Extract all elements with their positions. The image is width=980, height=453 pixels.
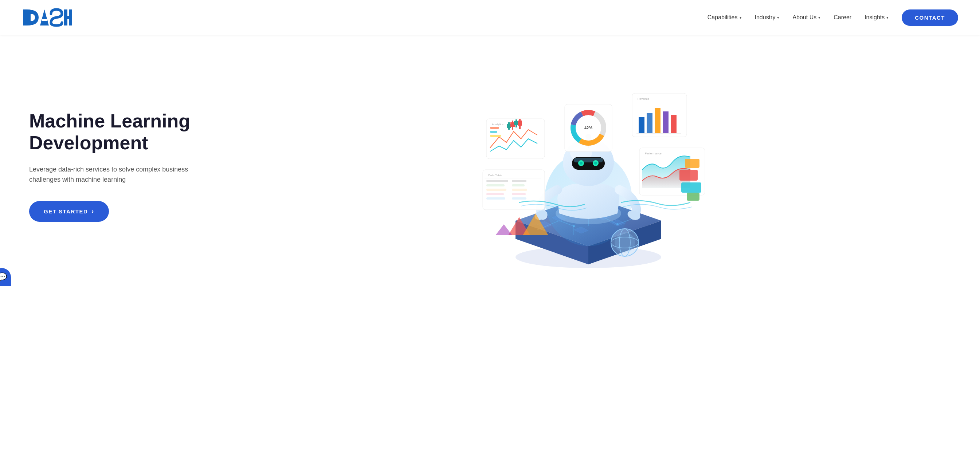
arrow-icon: › <box>91 208 94 215</box>
svg-rect-2 <box>42 19 47 21</box>
chevron-down-icon: ▾ <box>740 15 742 20</box>
chevron-down-icon: ▾ <box>886 15 889 20</box>
svg-rect-94 <box>518 121 522 126</box>
svg-text:Analytics: Analytics <box>492 123 503 126</box>
svg-rect-74 <box>486 197 505 200</box>
svg-rect-32 <box>574 158 603 162</box>
svg-rect-59 <box>671 115 676 133</box>
svg-marker-82 <box>495 224 512 235</box>
chevron-down-icon: ▾ <box>818 15 821 20</box>
svg-rect-78 <box>681 183 701 192</box>
svg-rect-0 <box>23 10 27 25</box>
svg-rect-77 <box>685 159 700 168</box>
svg-point-35 <box>580 162 582 165</box>
svg-text:Performance: Performance <box>645 152 662 155</box>
hero-subtitle: Leverage data-rich services to solve com… <box>29 164 197 185</box>
svg-rect-55 <box>639 117 644 133</box>
svg-rect-5 <box>69 10 72 25</box>
logo-svg: TECHNOLOGIES <box>22 6 88 29</box>
svg-text:TECHNOLOGIES: TECHNOLOGIES <box>23 28 63 29</box>
svg-rect-58 <box>663 111 668 133</box>
svg-rect-45 <box>490 135 501 137</box>
svg-rect-72 <box>486 193 504 195</box>
nav-about-us[interactable]: About Us ▾ <box>792 14 821 21</box>
svg-rect-68 <box>486 184 504 186</box>
svg-rect-76 <box>679 170 698 181</box>
hero-content: Machine Learning Development Leverage da… <box>29 110 219 222</box>
svg-text:Data Table: Data Table <box>488 174 503 177</box>
chat-bubble[interactable]: 💬 <box>0 268 11 286</box>
logo[interactable]: TECHNOLOGIES <box>22 6 88 29</box>
nav-capabilities[interactable]: Capabilities ▾ <box>708 14 742 21</box>
svg-rect-79 <box>687 192 700 201</box>
contact-button[interactable]: CONTACT <box>902 10 958 26</box>
svg-rect-43 <box>490 127 499 129</box>
svg-point-86 <box>615 232 635 253</box>
svg-rect-75 <box>512 197 527 200</box>
svg-rect-70 <box>486 189 506 191</box>
svg-rect-71 <box>512 189 527 191</box>
svg-rect-73 <box>512 193 526 195</box>
svg-rect-57 <box>655 108 660 133</box>
main-nav: Capabilities ▾ Industry ▾ About Us ▾ Car… <box>708 10 958 26</box>
svg-rect-69 <box>512 184 525 186</box>
svg-point-36 <box>594 162 597 165</box>
chat-icon: 💬 <box>0 272 7 282</box>
nav-industry[interactable]: Industry ▾ <box>755 14 780 21</box>
svg-rect-56 <box>647 113 652 133</box>
svg-rect-44 <box>490 131 497 133</box>
hero-illustration: Analytics 42% Revenue <box>219 57 958 275</box>
svg-rect-67 <box>512 180 527 182</box>
hero-title: Machine Learning Development <box>29 110 219 154</box>
get-started-button[interactable]: GET STARTED › <box>29 201 109 222</box>
chevron-down-icon: ▾ <box>777 15 779 20</box>
svg-rect-66 <box>486 180 508 182</box>
svg-text:Revenue: Revenue <box>638 97 649 100</box>
nav-career[interactable]: Career <box>834 14 851 21</box>
svg-marker-1 <box>40 10 49 25</box>
site-header: TECHNOLOGIES Capabilities ▾ Industry ▾ A… <box>0 0 980 35</box>
hero-section: Machine Learning Development Leverage da… <box>0 35 980 290</box>
nav-insights[interactable]: Insights ▾ <box>864 14 889 21</box>
svg-text:42%: 42% <box>584 126 592 130</box>
illustration-svg: Analytics 42% Revenue <box>465 60 712 272</box>
